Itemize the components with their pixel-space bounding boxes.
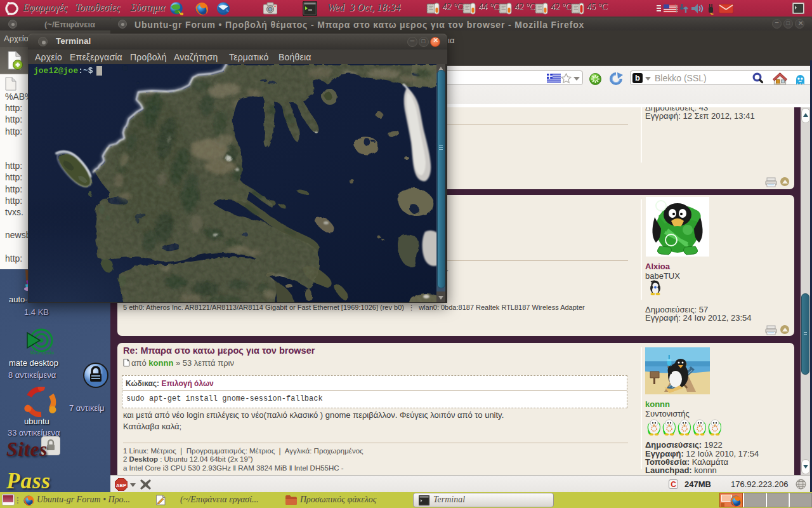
svg-text:Mate Desktop: Mate Desktop [29,350,54,356]
svg-text:ABP: ABP [116,483,126,488]
